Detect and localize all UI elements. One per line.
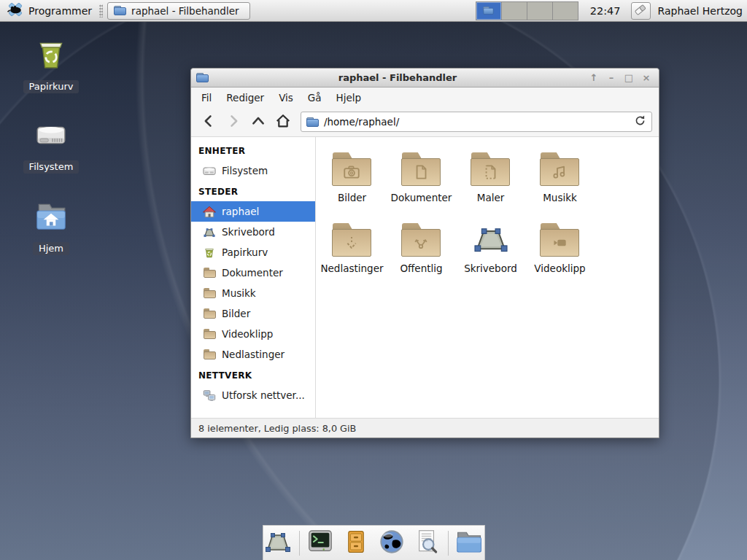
menu-hjelp[interactable]: Hjelp xyxy=(329,89,369,106)
workspace-2[interactable] xyxy=(501,1,527,20)
video-emblem xyxy=(549,233,570,252)
home-icon xyxy=(203,205,216,218)
file-musikk[interactable]: Musikk xyxy=(525,144,595,215)
desktop-icon xyxy=(203,225,216,238)
sidebar-item-bilder[interactable]: Bilder xyxy=(191,303,315,324)
shade-icon[interactable]: ↑ xyxy=(587,71,601,85)
maximize-icon[interactable]: □ xyxy=(622,71,636,85)
folder-icon xyxy=(203,307,216,320)
folder-icon xyxy=(455,529,484,556)
sidebar-item-label: Skrivebord xyxy=(222,226,275,238)
window-icon xyxy=(196,73,209,82)
up-icon xyxy=(251,114,266,131)
sidebar-item-nedlastinger[interactable]: Nedlastinger xyxy=(191,344,315,365)
sidebar-item-label: Nedlastinger xyxy=(222,349,285,360)
desktop-icon xyxy=(471,222,511,257)
titlebar[interactable]: raphael - Filbehandler ↑ – □ × xyxy=(191,69,659,88)
forward-button[interactable] xyxy=(222,111,244,133)
music-emblem xyxy=(549,163,570,182)
folder-icon xyxy=(203,287,216,300)
path-text[interactable]: /home/raphael/ xyxy=(324,116,629,128)
drive-icon xyxy=(33,117,69,155)
file-label: Nedlastinger xyxy=(320,262,383,274)
sidebar: ENHETER Filsystem STEDER raphael xyxy=(191,137,316,418)
file-cabinet-icon xyxy=(344,528,368,558)
eraser-icon xyxy=(633,2,648,19)
sidebar-item-skrivebord[interactable]: Skrivebord xyxy=(191,222,315,242)
back-icon xyxy=(201,114,216,131)
desktop-icon-hjem[interactable]: Hjem xyxy=(18,198,85,255)
minimize-icon[interactable]: – xyxy=(604,71,619,85)
file-label: Videoklipp xyxy=(534,262,585,274)
file-bilder[interactable]: Bilder xyxy=(317,144,387,215)
dock-terminal[interactable] xyxy=(306,529,336,558)
path-bar[interactable]: /home/raphael/ xyxy=(301,112,652,132)
sidebar-header-network: NETTVERK xyxy=(191,365,315,385)
dock-folder[interactable] xyxy=(455,529,484,558)
session-action-button[interactable] xyxy=(631,2,651,20)
sidebar-item-raphael[interactable]: raphael xyxy=(191,201,315,222)
sidebar-item-dokumenter[interactable]: Dokumenter xyxy=(191,262,315,283)
dock-show-desktop[interactable] xyxy=(263,529,293,558)
dock xyxy=(263,525,485,560)
workspace-1[interactable] xyxy=(476,1,502,20)
file-offentlig[interactable]: Offentlig xyxy=(387,215,456,286)
desktop-icon-papirkurv[interactable]: Papirkurv xyxy=(18,36,85,93)
file-videoklipp[interactable]: Videoklipp xyxy=(525,215,595,286)
file-label: Musikk xyxy=(543,192,577,203)
file-maler[interactable]: Maler xyxy=(456,144,525,215)
file-manager-window: raphael - Filbehandler ↑ – □ × Fil Redig… xyxy=(190,68,659,438)
menu-vis[interactable]: Vis xyxy=(271,89,301,106)
window-controls: ↑ – □ × xyxy=(587,71,654,85)
workspace-3[interactable] xyxy=(527,1,553,20)
folder-icon xyxy=(114,6,126,15)
workspace-pager xyxy=(476,1,578,20)
sidebar-item-musikk[interactable]: Musikk xyxy=(191,283,315,303)
sidebar-item-filsystem[interactable]: Filsystem xyxy=(191,160,315,181)
file-label: Offentlig xyxy=(400,262,442,274)
workspace-4[interactable] xyxy=(552,1,578,20)
file-nedlastinger[interactable]: Nedlastinger xyxy=(317,215,387,286)
up-button[interactable] xyxy=(247,111,269,133)
dock-file-cabinet[interactable] xyxy=(341,529,371,558)
file-dokumenter[interactable]: Dokumenter xyxy=(387,144,456,215)
desktop: Programmer raphael - Filbehandler 22:47 xyxy=(0,0,747,560)
top-panel: Programmer raphael - Filbehandler 22:47 xyxy=(0,0,747,22)
file-label: Bilder xyxy=(338,192,366,203)
sidebar-header-devices: ENHETER xyxy=(191,140,315,160)
sidebar-item-label: Filsystem xyxy=(222,165,268,176)
home-icon xyxy=(275,113,291,131)
camera-emblem xyxy=(341,163,362,182)
desktop-icon-filsystem[interactable]: Filsystem xyxy=(18,117,85,174)
reload-icon[interactable] xyxy=(634,114,646,129)
clock: 22:47 xyxy=(590,5,621,17)
panel-grip xyxy=(99,4,103,18)
dock-document-search[interactable] xyxy=(412,529,441,558)
folder-icon xyxy=(203,327,216,341)
dock-web-browser[interactable] xyxy=(377,529,406,558)
document-search-icon xyxy=(414,528,440,558)
folder-icon xyxy=(332,152,373,186)
menubar: Fil Rediger Vis Gå Hjelp xyxy=(191,88,659,107)
toolbar: /home/raphael/ xyxy=(191,107,659,137)
applications-menu[interactable]: Programmer xyxy=(4,0,95,21)
file-label: Skrivebord xyxy=(464,262,517,274)
home-button[interactable] xyxy=(272,111,294,133)
taskbar-window-button[interactable]: raphael - Filbehandler xyxy=(107,2,250,20)
sidebar-item-papirkurv[interactable]: Papirkurv xyxy=(191,242,315,262)
terminal-icon xyxy=(306,528,334,558)
file-skrivebord[interactable]: Skrivebord xyxy=(456,215,525,286)
trash-icon xyxy=(33,36,69,75)
back-button[interactable] xyxy=(198,111,220,133)
menu-fil[interactable]: Fil xyxy=(194,89,219,106)
file-label: Dokumenter xyxy=(391,192,452,203)
user-name: Raphael Hertzog xyxy=(658,5,743,17)
taskbar-window-label: raphael - Filbehandler xyxy=(131,5,239,17)
menu-rediger[interactable]: Rediger xyxy=(219,89,271,106)
template-emblem xyxy=(480,163,500,182)
menu-gaa[interactable]: Gå xyxy=(301,89,329,106)
sidebar-item-network[interactable]: Utforsk nettver... xyxy=(191,385,315,405)
sidebar-item-videoklipp[interactable]: Videoklipp xyxy=(191,324,315,344)
close-icon[interactable]: × xyxy=(639,71,654,85)
trash-icon xyxy=(203,246,216,259)
